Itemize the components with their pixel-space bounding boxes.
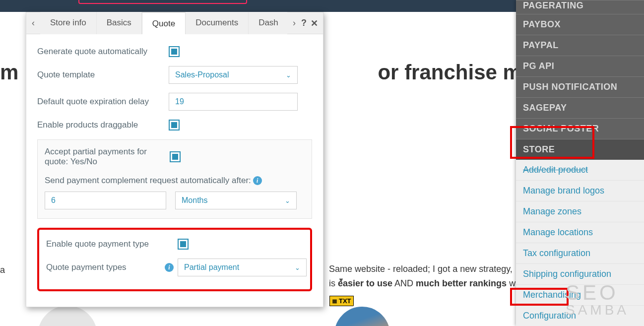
payment-types-select[interactable]: Partial payment ⌄ bbox=[178, 259, 307, 276]
tab-label: Documents bbox=[195, 18, 238, 27]
menu-label: Manage locations bbox=[523, 227, 593, 237]
expiration-delay-input[interactable]: 19 bbox=[169, 93, 298, 111]
accept-partial-label: Accept partial payments for quote: Yes/N… bbox=[45, 147, 170, 167]
info-icon[interactable]: i bbox=[165, 263, 174, 272]
menu-label: STORE bbox=[523, 144, 555, 154]
send-after-unit-value: Months bbox=[182, 196, 207, 205]
menu-header-pagerating[interactable]: PAGERATING bbox=[516, 0, 644, 14]
send-after-label: Send payment complement request automati… bbox=[45, 176, 305, 186]
tab-dash[interactable]: Dash bbox=[249, 12, 287, 34]
close-icon[interactable]: ✕ bbox=[311, 18, 318, 29]
menu-label: Manage brand logos bbox=[523, 186, 604, 196]
menu-item-zones[interactable]: Manage zones bbox=[516, 201, 644, 222]
txt-badge-label: TXT bbox=[339, 297, 351, 305]
txt-badge[interactable]: ≣ TXT bbox=[329, 296, 354, 306]
menu-label: PG API bbox=[523, 61, 554, 71]
menu-header-paybox[interactable]: PAYBOX bbox=[516, 14, 644, 35]
menu-header-sagepay[interactable]: SAGEPAY bbox=[516, 97, 644, 118]
menu-header-push[interactable]: PUSH NOTIFICATION bbox=[516, 76, 644, 97]
generate-quote-label: Generate quote automatically bbox=[37, 47, 169, 57]
help-icon[interactable]: ? bbox=[301, 18, 307, 28]
menu-header-pgapi[interactable]: PG API bbox=[516, 56, 644, 76]
menu-label: Manage zones bbox=[523, 206, 581, 216]
tab-scroll-right[interactable]: › bbox=[287, 12, 301, 34]
menu-item-add-edit-product[interactable]: Add/edit product bbox=[516, 160, 644, 181]
menu-header-store[interactable]: STORE bbox=[516, 139, 644, 160]
info-icon[interactable]: i bbox=[253, 176, 262, 185]
send-after-unit-select[interactable]: Months ⌄ bbox=[175, 192, 297, 209]
menu-header-paypal[interactable]: PAYPAL bbox=[516, 35, 644, 56]
chevron-down-icon: ⌄ bbox=[295, 264, 300, 271]
menu-label: Tax configuration bbox=[523, 248, 590, 258]
tab-documents[interactable]: Documents bbox=[186, 12, 249, 34]
background-paragraph: Same website - reloaded; I got a new str… bbox=[329, 262, 515, 291]
menu-label: PAGERATING bbox=[523, 0, 583, 10]
menu-item-shipping-config[interactable]: Shipping configuration bbox=[516, 264, 644, 285]
menu-item-merchandising[interactable]: Merchandising bbox=[516, 285, 644, 306]
tab-label: Quote bbox=[152, 19, 175, 28]
chevron-down-icon: ⌄ bbox=[285, 197, 290, 204]
menu-label: Configuration bbox=[523, 311, 576, 321]
quote-template-label: Quote template bbox=[37, 70, 169, 80]
payment-types-label: Quote payment types i bbox=[46, 262, 178, 272]
expiration-delay-value: 19 bbox=[175, 97, 184, 106]
menu-label: SAGEPAY bbox=[523, 103, 567, 113]
menu-label: Shipping configuration bbox=[523, 269, 611, 279]
tab-label: Store info bbox=[50, 18, 86, 27]
menu-header-socialposter[interactable]: SOCIAL POSTER bbox=[516, 118, 644, 139]
enable-draggable-label: Enable products draggable bbox=[37, 120, 169, 130]
enable-draggable-checkbox[interactable] bbox=[169, 120, 180, 130]
tab-scroll-left[interactable]: ‹ bbox=[26, 12, 40, 34]
enable-payment-type-label: Enable quote payment type bbox=[46, 239, 178, 249]
menu-item-tax-config[interactable]: Tax configuration bbox=[516, 243, 644, 264]
right-panel: PAGERATING PAYBOX PAYPAL PG API PUSH NOT… bbox=[516, 0, 644, 326]
generate-quote-checkbox[interactable] bbox=[169, 46, 180, 57]
menu-label: PAYBOX bbox=[523, 19, 561, 29]
menu-label: Add/edit product bbox=[523, 165, 588, 175]
partial-payments-panel: Accept partial payments for quote: Yes/N… bbox=[37, 139, 312, 219]
tab-store-info[interactable]: Store info bbox=[40, 12, 97, 34]
chevron-down-icon: ⌄ bbox=[286, 71, 291, 79]
tabs-container: Store info Basics Quote Documents Dash bbox=[40, 12, 287, 34]
menu-label: PUSH NOTIFICATION bbox=[523, 82, 617, 92]
enable-payment-type-checkbox[interactable] bbox=[178, 239, 189, 250]
menu-item-locations[interactable]: Manage locations bbox=[516, 222, 644, 243]
dropdown-caret-icon[interactable]: ▼ bbox=[338, 276, 344, 284]
menu-label: PAYPAL bbox=[523, 40, 559, 50]
payment-types-value: Partial payment bbox=[184, 263, 239, 272]
doc-lines-icon: ≣ bbox=[332, 297, 337, 305]
avatar bbox=[332, 305, 392, 326]
chevron-right-icon: › bbox=[293, 18, 296, 28]
bg-char: a bbox=[0, 265, 5, 275]
modal-body[interactable]: Generate quote automatically Quote templ… bbox=[26, 34, 323, 307]
tab-basics[interactable]: Basics bbox=[97, 12, 142, 34]
payment-type-highlight-box: Enable quote payment type Quote payment … bbox=[37, 228, 312, 291]
menu-item-brand-logos[interactable]: Manage brand logos bbox=[516, 181, 644, 201]
tab-label: Basics bbox=[107, 18, 131, 27]
red-top-stub bbox=[78, 0, 247, 4]
tabs-row: ‹ Store info Basics Quote Documents Dash… bbox=[26, 12, 323, 34]
accept-partial-checkbox[interactable] bbox=[170, 151, 181, 162]
expiration-delay-label: Default quote expiration delay bbox=[37, 97, 169, 107]
avatar-placeholder-left bbox=[38, 306, 97, 326]
chevron-left-icon: ‹ bbox=[32, 18, 35, 28]
tab-label: Dash bbox=[258, 18, 278, 27]
send-after-value: 6 bbox=[51, 196, 56, 205]
tab-quote[interactable]: Quote bbox=[142, 12, 186, 34]
send-after-value-input[interactable]: 6 bbox=[45, 192, 166, 209]
quote-template-select[interactable]: Sales-Proposal ⌄ bbox=[169, 66, 298, 84]
menu-item-configuration[interactable]: Configuration bbox=[516, 306, 644, 326]
quote-settings-modal: ‹ Store info Basics Quote Documents Dash… bbox=[26, 12, 323, 307]
quote-template-value: Sales-Proposal bbox=[175, 70, 229, 79]
menu-label: Merchandising bbox=[523, 290, 581, 300]
menu-label: SOCIAL POSTER bbox=[523, 124, 599, 133]
